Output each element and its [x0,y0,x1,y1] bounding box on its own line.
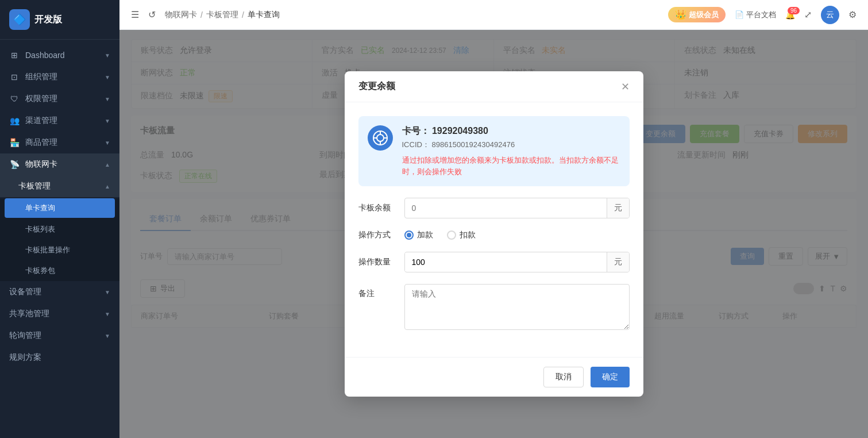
note-textarea[interactable] [404,284,630,330]
modal-title: 变更余额 [358,80,395,93]
chevron-icon-product: ▼ [105,140,110,146]
sidebar-item-card-wallet[interactable]: 卡板券包 [0,260,119,281]
modal-body: 卡号： 19292049380 ICCID： 89861500192430492… [345,102,643,357]
sidebar-item-org[interactable]: ⊡ 组织管理 ▼ [0,66,119,88]
sidebar-item-batch-op[interactable]: 卡板批量操作 [0,240,119,260]
modal-footer: 取消 确定 [345,357,643,397]
vip-badge[interactable]: 👑 超级会员 [668,7,726,22]
sidebar-item-pool[interactable]: 共享池管理 ▼ [0,303,119,325]
iot-icon: 📡 [9,159,20,170]
chevron-icon-pool: ▼ [105,311,110,317]
sidebar-item-rules[interactable]: 规则方案 [0,347,119,368]
sidebar-item-card-mgmt[interactable]: 卡板管理 ▲ [0,175,119,197]
product-icon: 🏪 [9,137,20,148]
card-info-box: 卡号： 19292049380 ICCID： 89861500192430492… [358,116,630,186]
svg-point-1 [377,135,384,141]
chevron-icon-polling: ▼ [105,333,110,339]
sidebar: 🔷 开发版 ⊞ Dashboard ▼ ⊡ 组织管理 ▼ 🛡 权限管理 ▼ [0,0,119,438]
quantity-input[interactable] [405,253,607,271]
nav-label-dashboard: Dashboard [25,51,65,60]
radio-deduct-label: 扣款 [460,230,476,240]
sidebar-item-auth[interactable]: 🛡 权限管理 ▼ [0,88,119,110]
balance-input[interactable] [405,199,607,217]
card-warning: 通过扣除或增加您的余额来为卡板加款或扣款。当扣款方余额不足时，则会操作失败 [402,155,620,177]
note-control [404,284,630,332]
sidebar-item-iot[interactable]: 📡 物联网卡 ▲ [0,153,119,175]
breadcrumb-card-mgmt[interactable]: 卡板管理 [206,10,238,20]
sidebar-item-product[interactable]: 🏪 商品管理 ▼ [0,132,119,153]
docs-text: 平台文档 [746,10,776,20]
refresh-icon[interactable]: ↺ [148,9,156,20]
quantity-form-row: 操作数量 元 [358,252,630,272]
chevron-icon-org: ▼ [105,74,110,80]
chevron-up-icon-card: ▲ [105,183,110,190]
quantity-input-group: 元 [404,252,630,272]
radio-add[interactable]: 加款 [404,230,433,240]
logo-text: 开发版 [34,14,62,26]
card-no-value: 19292049380 [432,126,488,136]
sim-logo-svg [372,130,388,146]
header: ☰ ↺ 物联网卡 / 卡板管理 / 单卡查询 👑 超级会员 📄 平台文档 🔔 9… [119,0,868,30]
expand-icon[interactable]: ⤢ [804,9,812,20]
breadcrumb-sep-1: / [200,10,203,20]
nav-label-channel: 渠道管理 [25,116,57,126]
change-balance-modal: 变更余额 ✕ [345,71,643,397]
card-logo [368,125,393,151]
menu-toggle-icon[interactable]: ☰ [131,9,139,20]
card-iccid: ICCID： 89861500192430492476 [402,140,620,150]
balance-unit: 元 [607,198,629,218]
sidebar-item-card-list[interactable]: 卡板列表 [0,219,119,240]
notification-btn[interactable]: 🔔 96 [785,10,795,20]
note-form-row: 备注 [358,284,630,332]
chevron-icon-channel: ▼ [105,118,110,124]
quantity-unit: 元 [607,252,629,272]
crown-icon: 👑 [675,9,686,20]
operation-label: 操作方式 [358,230,404,240]
nav-label-iot: 物联网卡 [25,159,57,170]
settings-icon[interactable]: ⚙ [848,9,857,20]
radio-group: 加款 扣款 [404,230,630,240]
quantity-label: 操作数量 [358,257,404,267]
notification-count: 96 [788,7,800,14]
breadcrumb-current: 单卡查询 [248,10,280,20]
main-content: ☰ ↺ 物联网卡 / 卡板管理 / 单卡查询 👑 超级会员 📄 平台文档 🔔 9… [119,0,868,438]
radio-add-btn[interactable] [404,230,414,240]
confirm-button[interactable]: 确定 [591,367,630,387]
sidebar-item-polling[interactable]: 轮询管理 ▼ [0,325,119,347]
nav-label-device: 设备管理 [9,287,41,297]
balance-form-row: 卡板余额 元 [358,198,630,218]
radio-deduct[interactable]: 扣款 [447,230,476,240]
iccid-label: ICCID： [402,140,430,149]
sidebar-item-single-card[interactable]: 单卡查询 [5,198,115,218]
chevron-icon-device: ▼ [105,289,110,295]
modal-close-btn[interactable]: ✕ [621,82,630,92]
card-no-label: 卡号： [402,126,430,136]
balance-control: 元 [404,198,630,218]
docs-btn[interactable]: 📄 平台文档 [735,10,776,20]
nav-label-org: 组织管理 [25,72,57,82]
sidebar-item-channel[interactable]: 👥 渠道管理 ▼ [0,110,119,132]
header-right: 👑 超级会员 📄 平台文档 🔔 96 ⤢ 云 ⚙ [668,6,857,24]
header-left: ☰ ↺ 物联网卡 / 卡板管理 / 单卡查询 [131,9,280,20]
modal-header: 变更余额 ✕ [345,71,643,102]
iccid-value: 89861500192430492476 [432,140,515,149]
radio-add-label: 加款 [417,230,433,240]
modal-overlay: 变更余额 ✕ [119,30,868,438]
breadcrumb-sep-2: / [242,10,244,20]
balance-input-group: 元 [404,198,630,218]
operation-control: 加款 扣款 [404,230,630,240]
org-icon: ⊡ [9,72,20,82]
breadcrumb-iot[interactable]: 物联网卡 [165,10,197,20]
radio-deduct-btn[interactable] [447,230,456,240]
nav-label-card-mgmt: 卡板管理 [18,181,51,191]
sidebar-item-device[interactable]: 设备管理 ▼ [0,281,119,303]
sidebar-item-dashboard[interactable]: ⊞ Dashboard ▼ [0,44,119,66]
operation-form-row: 操作方式 加款 扣款 [358,230,630,240]
auth-icon: 🛡 [9,94,20,104]
avatar[interactable]: 云 [821,6,839,24]
nav-label-product: 商品管理 [25,137,57,148]
chevron-up-icon: ▲ [105,162,110,168]
cancel-button[interactable]: 取消 [543,367,584,387]
app-logo[interactable]: 🔷 开发版 [0,0,119,40]
sidebar-nav: ⊞ Dashboard ▼ ⊡ 组织管理 ▼ 🛡 权限管理 ▼ 👥 渠道管理 [0,40,119,438]
